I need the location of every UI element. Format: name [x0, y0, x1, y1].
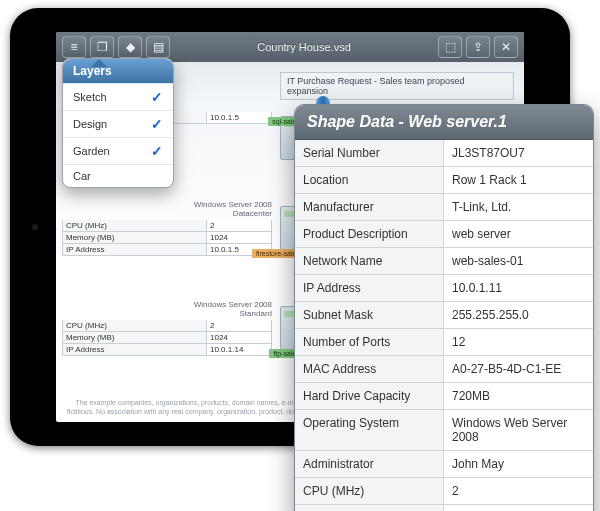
shape-data-value: 10.0.1.11: [444, 275, 593, 301]
check-icon: ✓: [151, 143, 163, 159]
shape-data-value: web server: [444, 221, 593, 247]
list-icon[interactable]: ≡: [62, 36, 86, 58]
shape-data-row: LocationRow 1 Rack 1: [295, 166, 593, 193]
layers-item-label: Design: [73, 118, 107, 130]
purchase-banner: IT Purchase Request - Sales team propose…: [280, 72, 514, 100]
toolbar-left: ≡ ❐ ◆ ▤: [56, 36, 176, 58]
layers-icon[interactable]: ◆: [118, 36, 142, 58]
shape-data-key: Location: [295, 167, 444, 193]
server-title: Windows Server 2008 Standard: [62, 300, 272, 318]
layers-item[interactable]: Design✓: [63, 110, 173, 137]
shape-data-row: Operating SystemWindows Web Server 2008: [295, 409, 593, 450]
layers-item-label: Car: [73, 170, 91, 182]
shape-data-value: 2: [444, 478, 593, 504]
shape-data-value: web-sales-01: [444, 248, 593, 274]
shape-data-key: Operating System: [295, 410, 444, 450]
layers-item[interactable]: Car: [63, 164, 173, 187]
shape-data-row: IP Address10.0.1.11: [295, 274, 593, 301]
shape-data-key: Subnet Mask: [295, 302, 444, 328]
close-icon[interactable]: ✕: [494, 36, 518, 58]
shape-data-value: John May: [444, 451, 593, 477]
layers-title: Layers: [63, 59, 173, 83]
shape-data-key: Manufacturer: [295, 194, 444, 220]
layers-item-label: Sketch: [73, 91, 107, 103]
shape-data-value: A0-27-B5-4D-C1-EE: [444, 356, 593, 382]
shape-data-key: CPU (MHz): [295, 478, 444, 504]
shape-data-key: Administrator: [295, 451, 444, 477]
shape-data-title: Shape Data - Web server.1: [295, 105, 593, 140]
shape-data-value: Row 1 Rack 1: [444, 167, 593, 193]
shape-data-value: 12: [444, 329, 593, 355]
shape-data-value: T-Link, Ltd.: [444, 194, 593, 220]
shape-data-row: AdministratorJohn May: [295, 450, 593, 477]
shape-data-row: ManufacturerT-Link, Ltd.: [295, 193, 593, 220]
grid-icon[interactable]: ▤: [146, 36, 170, 58]
layers-item[interactable]: Sketch✓: [63, 83, 173, 110]
share-icon[interactable]: ⇪: [466, 36, 490, 58]
server-block-2[interactable]: Windows Server 2008 Datacenter CPU (MHz)…: [62, 200, 272, 256]
layers-item-label: Garden: [73, 145, 110, 157]
check-icon: ✓: [151, 89, 163, 105]
layers-item[interactable]: Garden✓: [63, 137, 173, 164]
shape-data-key: Product Description: [295, 221, 444, 247]
shape-data-key: Hard Drive Capacity: [295, 383, 444, 409]
camera-dot: [32, 224, 38, 230]
shape-data-key: MAC Address: [295, 356, 444, 382]
server-title: Windows Server 2008 Datacenter: [62, 200, 272, 218]
shape-data-row: Number of Ports12: [295, 328, 593, 355]
layers-popover: Layers Sketch✓Design✓Garden✓Car: [62, 58, 174, 188]
check-icon: ✓: [151, 116, 163, 132]
document-title: Country House.vsd: [176, 41, 432, 53]
shape-data-panel: Shape Data - Web server.1 Serial NumberJ…: [294, 104, 594, 511]
shape-data-row: CPU (MHz)2: [295, 477, 593, 504]
shape-data-value: 255.255.255.0: [444, 302, 593, 328]
shape-data-value: JL3ST87OU7: [444, 140, 593, 166]
server-block-3[interactable]: Windows Server 2008 Standard CPU (MHz)2 …: [62, 300, 272, 356]
shape-data-key: Serial Number: [295, 140, 444, 166]
shape-data-value: 1024: [444, 505, 593, 511]
shape-data-row: Serial NumberJL3ST87OU7: [295, 140, 593, 166]
shape-data-key: IP Address: [295, 275, 444, 301]
shape-data-key: Network Name: [295, 248, 444, 274]
shape-data-row: Hard Drive Capacity720MB: [295, 382, 593, 409]
shape-data-key: Number of Ports: [295, 329, 444, 355]
shape-data-row: Subnet Mask255.255.255.0: [295, 301, 593, 328]
shape-data-value: 720MB: [444, 383, 593, 409]
shape-data-row: Memory (MB)1024: [295, 504, 593, 511]
shape-data-row: MAC AddressA0-27-B5-4D-C1-EE: [295, 355, 593, 382]
shape-data-key: Memory (MB): [295, 505, 444, 511]
pdf-icon[interactable]: ⬚: [438, 36, 462, 58]
toolbar-right: ⬚ ⇪ ✕: [432, 36, 524, 58]
shape-data-value: Windows Web Server 2008: [444, 410, 593, 450]
shape-data-row: Product Descriptionweb server: [295, 220, 593, 247]
shape-data-row: Network Nameweb-sales-01: [295, 247, 593, 274]
